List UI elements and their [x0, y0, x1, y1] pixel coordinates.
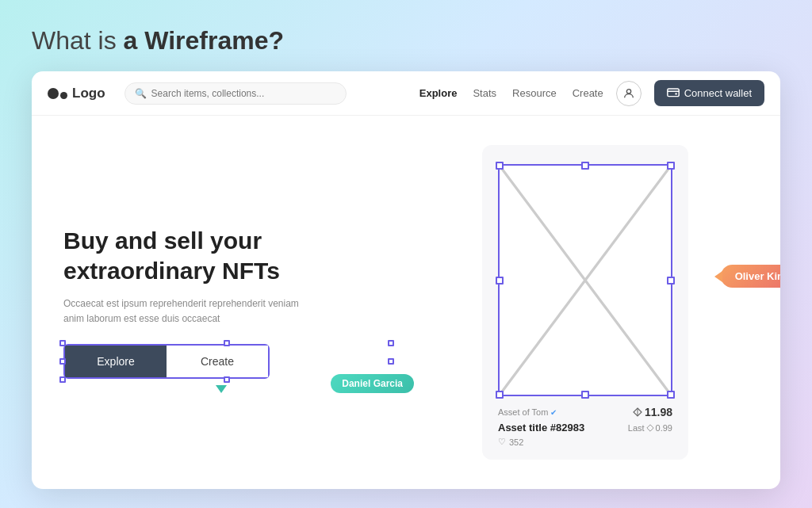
- nft-owner: Asset of Tom ✔: [498, 407, 557, 417]
- nav-create[interactable]: Create: [573, 87, 603, 99]
- search-wrapper: 🔍: [124, 82, 347, 105]
- nft-card-footer: Asset of Tom ✔ 11.98 Asset title #8: [498, 406, 672, 447]
- nft-handle-ml: [496, 277, 504, 285]
- verified-icon: ✔: [550, 408, 557, 417]
- hero-left: Buy and sell your extraordinary NFTs Occ…: [63, 226, 390, 379]
- logo-dot-big: [48, 88, 59, 99]
- nft-last-price: Last 0.99: [628, 423, 672, 433]
- nft-title-row: Asset title #82983 Last 0.99: [498, 422, 672, 434]
- nft-handle-bl: [496, 391, 504, 399]
- selection-handle-tm: [224, 340, 230, 346]
- nft-price: 11.98: [633, 406, 672, 418]
- heart-icon: ♡: [498, 437, 506, 447]
- nft-title: Asset title #82983: [498, 422, 584, 434]
- nav-resource[interactable]: Resource: [512, 87, 557, 99]
- svg-point-0: [626, 90, 630, 94]
- connect-wallet-button[interactable]: Connect wallet: [654, 80, 764, 106]
- search-icon: 🔍: [135, 88, 147, 99]
- selection-handle-bl: [59, 376, 66, 383]
- logo: Logo: [48, 86, 105, 101]
- logo-dot-small: [60, 92, 67, 99]
- selection-handle-mr: [388, 358, 394, 365]
- logo-text: Logo: [72, 86, 105, 101]
- navbar: Logo 🔍 Explore Stats Resource Create: [32, 71, 780, 116]
- nav-links: Explore Stats Resource Create: [419, 87, 603, 99]
- nft-handle-br: [667, 391, 675, 399]
- nft-handle-tr: [667, 162, 675, 170]
- eth-last-icon: [646, 424, 654, 432]
- nft-likes-row: ♡ 352: [498, 437, 672, 447]
- logo-icon: [48, 88, 67, 99]
- daniel-garcia-pointer: [216, 385, 227, 393]
- browser-window: Logo 🔍 Explore Stats Resource Create: [32, 71, 780, 489]
- selection-handle-tr: [388, 340, 394, 346]
- page-title: What is a Wireframe?: [32, 25, 780, 55]
- hero-subtitle: Occaecat est ipsum reprehenderit reprehe…: [63, 296, 301, 327]
- svg-rect-1: [668, 89, 679, 97]
- selection-handle-bm: [224, 376, 230, 383]
- hero-buttons-wrapper: Explore Create Daniel Garcia: [63, 344, 390, 379]
- nav-stats[interactable]: Stats: [473, 87, 496, 99]
- user-icon-button[interactable]: [616, 81, 642, 106]
- eth-icon: [633, 407, 642, 417]
- svg-marker-7: [646, 425, 653, 431]
- hero-right: Asset of Tom ✔ 11.98 Asset title #8: [422, 145, 749, 460]
- nft-handle-bm: [581, 391, 589, 399]
- hero-section: Buy and sell your extraordinary NFTs Occ…: [32, 116, 780, 489]
- nft-card: Asset of Tom ✔ 11.98 Asset title #8: [482, 145, 688, 460]
- daniel-garcia-tag: Daniel Garcia: [331, 374, 414, 393]
- nft-cross-svg: [500, 166, 671, 395]
- nav-explore[interactable]: Explore: [419, 87, 458, 99]
- hero-buttons: Explore Create: [63, 344, 270, 379]
- nft-handle-tm: [581, 162, 589, 170]
- selection-handle-ml: [59, 358, 66, 365]
- connect-wallet-label: Connect wallet: [684, 87, 752, 99]
- oliver-king-pointer: [714, 271, 722, 282]
- svg-point-2: [675, 94, 676, 95]
- nft-image-placeholder: [498, 164, 672, 396]
- wallet-icon: [667, 86, 680, 100]
- nft-handle-mr: [667, 277, 675, 285]
- nft-handle-tl: [496, 162, 504, 170]
- nft-owner-row: Asset of Tom ✔ 11.98: [498, 406, 672, 418]
- selection-handle-tl: [59, 340, 66, 346]
- hero-heading: Buy and sell your extraordinary NFTs: [63, 226, 390, 285]
- search-input[interactable]: [151, 88, 336, 99]
- create-button[interactable]: Create: [167, 346, 268, 377]
- oliver-king-tag: Oliver King: [721, 265, 780, 288]
- explore-button[interactable]: Explore: [65, 346, 167, 377]
